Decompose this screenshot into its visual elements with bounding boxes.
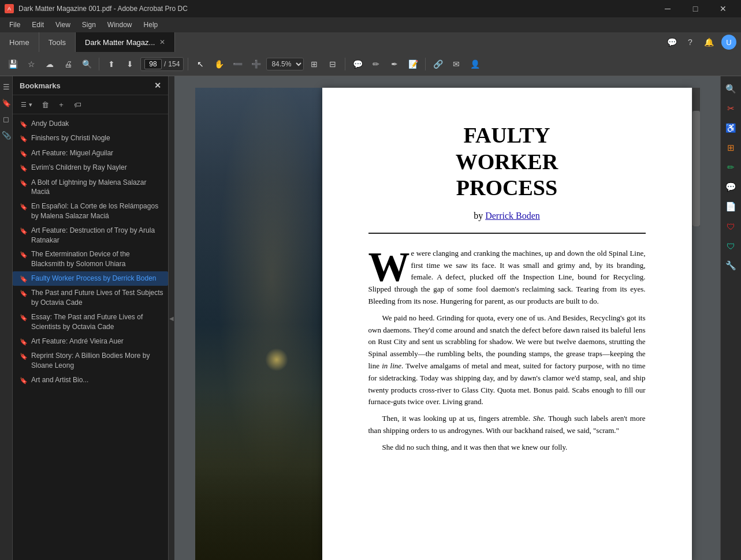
tab-home[interactable]: Home <box>0 32 39 52</box>
bookmark-item-7[interactable]: 🔖 The Extermination Device of the Blacks… <box>13 247 168 271</box>
menu-window[interactable]: Window <box>103 20 137 30</box>
link-btn[interactable]: 🔗 <box>430 56 446 72</box>
pdf-area[interactable]: FAULTY WORKER PROCESS by Derrick Boden W… <box>174 76 720 560</box>
right-accessibility-icon[interactable]: ♿ <box>723 120 739 136</box>
zoom-select[interactable]: 84.5% 50% 75% 100% 125% 150% <box>266 58 304 70</box>
bookmark-item-12[interactable]: 🔖 Reprint Story: A Billion Bodies More b… <box>13 349 168 373</box>
bookmark-label-2: Art Feature: Miguel Aguilar <box>31 148 163 158</box>
pdf-para-1-text: e were clanging and cranking the machine… <box>368 249 646 305</box>
bookmark-item-3[interactable]: 🔖 Evrim's Children by Ray Nayler <box>13 160 168 175</box>
toolbar-sep-2 <box>188 58 188 70</box>
toolbar-sep-4 <box>425 58 426 70</box>
title-bar: A Dark Matter Magazine 001.pdf - Adobe A… <box>0 0 741 17</box>
right-edit-icon[interactable]: ✏ <box>723 159 739 176</box>
pdf-byline-author[interactable]: Derrick Boden <box>485 211 540 221</box>
save-btn[interactable]: 💾 <box>5 56 21 72</box>
share-btn[interactable]: 👤 <box>467 56 483 72</box>
bookmark-item-8[interactable]: 🔖 Faulty Worker Process by Derrick Boden <box>13 271 168 286</box>
bookmark-icon-13: 🔖 <box>20 376 28 385</box>
tab-document[interactable]: Dark Matter Magaz... ✕ <box>76 32 175 52</box>
menu-help[interactable]: Help <box>139 20 163 30</box>
right-shield2-icon[interactable]: 🛡 <box>723 238 739 254</box>
pdf-title-line3: PROCESS <box>456 176 557 200</box>
select-tool-btn[interactable]: ↖ <box>192 56 208 72</box>
bookmark-item-0[interactable]: 🔖 Andy Dudak <box>13 117 168 131</box>
bookmark-icon-1: 🔖 <box>20 135 28 143</box>
hand-tool-btn[interactable]: ✋ <box>211 56 227 72</box>
form-btn[interactable]: 📝 <box>405 56 421 72</box>
close-btn[interactable]: ✕ <box>710 0 736 17</box>
account-icon[interactable]: U <box>721 35 736 50</box>
email-btn[interactable]: ✉ <box>448 56 464 72</box>
maximize-btn[interactable]: □ <box>682 0 709 17</box>
bookmark-item-4[interactable]: 🔖 A Bolt of Lightning by Malena Salazar … <box>13 176 168 200</box>
right-tools-icon[interactable]: 🔧 <box>723 257 739 274</box>
bookmarks-close-btn[interactable]: ✕ <box>154 81 161 90</box>
zoom-out2-btn[interactable]: ➖ <box>229 56 245 72</box>
draw-btn[interactable]: ✒ <box>386 56 403 72</box>
right-organize-icon[interactable]: ⊞ <box>723 140 739 156</box>
bookmark-icon-3: 🔖 <box>20 164 28 173</box>
tab-close-btn[interactable]: ✕ <box>159 38 165 46</box>
menu-view[interactable]: View <box>51 20 75 30</box>
bookmark-label-13: Art and Artist Bio... <box>31 375 163 385</box>
right-comment-icon[interactable]: 💬 <box>723 179 739 195</box>
bookmarks-header: Bookmarks ✕ <box>13 76 168 95</box>
bookmark-item-5[interactable]: 🔖 En Español: La Corte de los Relámpagos… <box>13 199 168 223</box>
attachment-pane-icon[interactable]: 📎 <box>1 129 12 141</box>
right-search-icon[interactable]: 🔍 <box>723 81 739 97</box>
scrollbar-thumb[interactable] <box>692 111 700 226</box>
minimize-btn[interactable]: ─ <box>654 0 681 17</box>
bookmark-item-6[interactable]: 🔖 Art Feature: Destruction of Troy by Ar… <box>13 223 168 248</box>
bookmark-label-1: Finishers by Christi Nogle <box>31 133 163 143</box>
bookmark-item-11[interactable]: 🔖 Art Feature: André Vieira Auer <box>13 334 168 349</box>
fit-page-btn[interactable]: ⊞ <box>306 56 322 72</box>
menu-sign[interactable]: Sign <box>77 20 100 30</box>
bm-menu-btn[interactable]: ☰ ▾ <box>17 98 36 111</box>
page-nav: / 154 <box>140 57 184 71</box>
bm-add-btn[interactable]: + <box>54 98 68 111</box>
pdf-scrollbar[interactable] <box>692 88 700 226</box>
bookmark-icon-12: 🔖 <box>20 352 28 361</box>
bm-flag-btn[interactable]: 🏷 <box>70 98 84 111</box>
page-input[interactable] <box>144 59 162 69</box>
right-protect-icon[interactable]: 🛡 <box>723 218 739 234</box>
print-btn[interactable]: 🖨 <box>60 56 76 72</box>
bookmark-item-1[interactable]: 🔖 Finishers by Christi Nogle <box>13 131 168 145</box>
pdf-title-line2: WORKER <box>456 150 558 174</box>
help-icon[interactable]: ? <box>684 36 696 48</box>
bookmark-btn[interactable]: ☆ <box>23 56 39 72</box>
menu-edit[interactable]: Edit <box>27 20 49 30</box>
comment-btn[interactable]: 💬 <box>349 56 366 72</box>
cloud-btn[interactable]: ☁ <box>42 56 58 72</box>
bookmark-pane-icon[interactable]: 🔖 <box>1 97 12 109</box>
nav-pane-icon[interactable]: ☰ <box>1 81 12 92</box>
zoom-in-btn[interactable]: ➕ <box>248 56 264 72</box>
right-redact-icon[interactable]: ✂ <box>723 100 739 117</box>
bookmark-icon-4: 🔖 <box>20 179 28 188</box>
chat-icon[interactable]: 💬 <box>666 36 677 48</box>
next-page-btn[interactable]: ⬇ <box>122 56 138 72</box>
panel-collapse-handle[interactable]: ◀ <box>169 76 174 560</box>
pdf-para-2-text: We paid no heed. Grinding for quota, eve… <box>368 313 646 406</box>
bookmark-item-13[interactable]: 🔖 Art and Artist Bio... <box>13 373 168 387</box>
menu-file[interactable]: File <box>5 20 25 30</box>
prev-page-btn[interactable]: ⬆ <box>103 56 120 72</box>
left-icon-sidebar: ☰ 🔖 ◻ 📎 <box>0 76 13 560</box>
markup-btn[interactable]: ✏ <box>368 56 384 72</box>
bookmark-item-2[interactable]: 🔖 Art Feature: Miguel Aguilar <box>13 146 168 160</box>
notifications-icon[interactable]: 🔔 <box>703 36 714 48</box>
page-sep: / <box>164 60 166 68</box>
tab-tools[interactable]: Tools <box>39 32 76 52</box>
bookmark-icon-5: 🔖 <box>20 203 28 211</box>
bookmarks-title: Bookmarks <box>20 81 61 90</box>
bm-delete-btn[interactable]: 🗑 <box>38 98 52 111</box>
layers-pane-icon[interactable]: ◻ <box>1 113 12 125</box>
zoom-out-btn[interactable]: 🔍 <box>79 56 95 72</box>
bookmark-item-10[interactable]: 🔖 Essay: The Past and Future Lives of Sc… <box>13 310 168 334</box>
right-export-icon[interactable]: 📄 <box>723 199 739 215</box>
tab-tools-label: Tools <box>49 38 66 47</box>
bookmark-item-9[interactable]: 🔖 The Past and Future Lives of Test Subj… <box>13 286 168 310</box>
fit-width-btn[interactable]: ⊟ <box>325 56 341 72</box>
pdf-byline-prefix: by <box>474 211 483 221</box>
